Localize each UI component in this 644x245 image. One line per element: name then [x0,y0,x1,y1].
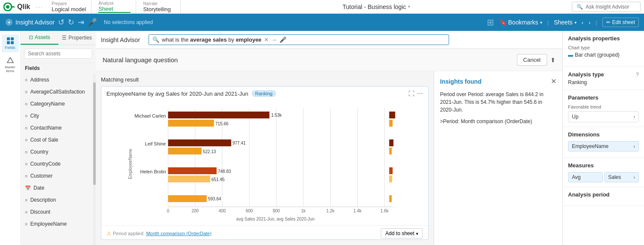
search-input-wrapper[interactable]: 🔍 what is the average sales by employee … [149,34,449,45]
forward-icon[interactable]: ⇥ [78,18,84,27]
field-item-city[interactable]: ≡ City [21,110,93,122]
qlik-logo[interactable]: Qlik [3,3,30,11]
edit-sheet-button[interactable]: ✏ Edit sheet [602,18,639,27]
field-name-country: Country [30,149,48,155]
help-icon[interactable]: ? [636,71,639,78]
tab-properties[interactable]: ☰ Properties [58,31,96,45]
favorable-trend-label: Favorable trend [568,104,639,109]
app-title[interactable]: Tutorial - Business logic ▾ [343,3,410,10]
insights-period-link[interactable]: >Period: Month comparison (OrderDate) [440,118,532,124]
edit-icon: ✏ [606,19,611,25]
field-item-averagecallsatisfaction[interactable]: ≡ AverageCallSatisfaction [21,86,93,98]
cancel-button[interactable]: Cancel [517,54,547,66]
field-item-country[interactable]: ≡ Country [21,146,93,158]
field-item-description[interactable]: ≡ Description [21,194,93,206]
field-text-icon-avgcall: ≡ [25,89,27,94]
favorable-trend-dropdown[interactable]: Up › [568,111,639,122]
analyze-sub: Analyze [98,1,131,6]
sidebar-item-master-items[interactable]: Master items [2,54,19,76]
field-text-icon-customer: ≡ [25,173,27,178]
svg-text:1.4k: 1.4k [353,209,362,213]
bar-leif-2021 [168,139,231,146]
bookmark-icon: 🔖 [499,19,507,26]
search-icon: 🔍 [577,4,583,10]
field-item-customer[interactable]: ≡ Customer [21,170,93,182]
field-name-address: Address [30,77,49,83]
redo-icon[interactable]: ↻ [68,18,74,27]
ask-insight-advisor-button[interactable]: 🔍 Ask Insight Advisor [572,2,641,12]
field-item-discount[interactable]: ≡ Discount [21,206,93,218]
sheets-button[interactable]: Sheets ▾ [554,19,577,26]
chart-expand-button[interactable]: ⛶ [408,90,414,97]
analysis-type-title: Analysis type [568,71,604,78]
svg-text:✦: ✦ [7,20,11,25]
svg-point-1 [6,5,9,9]
field-name-disc: Discount [30,209,50,215]
narrate-nav[interactable]: Narrate Storytelling [138,0,181,13]
svg-rect-6 [11,37,14,40]
chart-menu-button[interactable]: ⋯ [417,90,423,97]
field-item-contactname[interactable]: ≡ ContactName [21,122,93,134]
field-item-address[interactable]: ≡ Address [21,74,93,86]
add-to-sheet-button[interactable]: Add to sheet ▾ [381,228,423,239]
fields-scrollbar[interactable] [93,74,96,245]
svg-text:593.64: 593.64 [208,197,222,201]
period-link[interactable]: Month comparison (OrderDate) [146,231,211,236]
dots-icon[interactable]: ⋯ [35,2,43,12]
clear-search-icon[interactable]: ✕ [264,36,269,43]
field-name-contact: ContactName [30,125,61,131]
dimension-employeename[interactable]: EmployeeName › [568,141,639,151]
app-title-text: Tutorial - Business logic [343,3,406,10]
sidebar-item-fields[interactable]: Fields [2,34,19,52]
voice-search-icon[interactable]: 🎤 [279,36,286,43]
field-text-icon-cost: ≡ [25,137,27,142]
mini-helen-2021 [389,167,393,174]
field-text-icon-city: ≡ [25,113,27,118]
svg-text:Michael Carlen: Michael Carlen [134,113,166,118]
field-text-icon-address: ≡ [25,77,27,82]
svg-text:600: 600 [246,209,253,213]
dimension-value: EmployeeName [572,143,608,149]
undo-icon[interactable]: ↺ [58,18,64,27]
field-item-date[interactable]: 📅 Date [21,182,93,194]
tab-assets[interactable]: ⊡ Assets [21,31,58,45]
search-bold-sales: sales [213,36,227,43]
fields-scrollbar-thumb[interactable] [93,82,96,185]
nlq-section: Natural language question Cancel ⬆ [96,49,562,71]
search-query-display: what is the average sales by employee [162,36,261,43]
insights-close-button[interactable]: ✕ [551,77,556,85]
analyze-nav[interactable]: Analyze Sheet [93,0,136,13]
bar-michael-2020 [168,120,214,127]
prepare-nav[interactable]: Prepare Logical model [46,0,91,13]
insight-advisor-toolbar-label: ✦ Insight Advisor [5,18,55,26]
field-item-categoryname[interactable]: ≡ CategoryName [21,98,93,110]
nav-right-icon[interactable]: › [589,19,590,26]
field-item-costofsale[interactable]: ≡ Cost of Sale [21,134,93,146]
grid-view-icon[interactable]: ⊞ [487,17,494,27]
bookmarks-button[interactable]: 🔖 Bookmarks ▾ [499,19,542,26]
toolbar2-right: ⊞ 🔖 Bookmarks ▾ | Sheets ▾ ‹ › | ✏ Edit … [487,17,639,27]
matching-result-label: Matching result [101,76,428,83]
field-name-emp: EmployeeName [30,221,67,227]
svg-rect-8 [11,41,14,44]
field-item-employeename[interactable]: ≡ EmployeeName [21,218,93,230]
analysis-type-value: Ranking [568,79,639,85]
nlq-expand-icon[interactable]: ⬆ [550,57,556,64]
bar-chart-svg: EmployeeName [105,104,425,224]
period-info-text: Period applied: [113,231,144,236]
master-items-icon [6,57,14,64]
search-assets-input[interactable] [24,48,92,59]
bookmarks-chevron: ▾ [540,20,542,25]
chart-type-subsection: Chart type ▬ Bar chart (grouped) [568,45,639,58]
measure-sales[interactable]: Sales › [605,172,639,182]
dimensions-section: Dimensions EmployeeName › [563,127,644,158]
analysis-type-section: Analysis type ? Ranking [563,67,644,90]
submit-search-icon[interactable]: → [271,36,277,43]
field-item-countrycode[interactable]: ≡ CountryCode [21,158,93,170]
period-info: ⚠ Period applied: Month comparison (Orde… [106,230,212,236]
ranking-badge: Ranking [252,90,276,97]
nav-left-icon[interactable]: ‹ [582,19,583,26]
left-sidebar: Fields Master items [0,31,21,245]
measure-avg[interactable]: Avg [568,172,603,182]
mic-icon[interactable]: 🎤 [88,18,97,27]
